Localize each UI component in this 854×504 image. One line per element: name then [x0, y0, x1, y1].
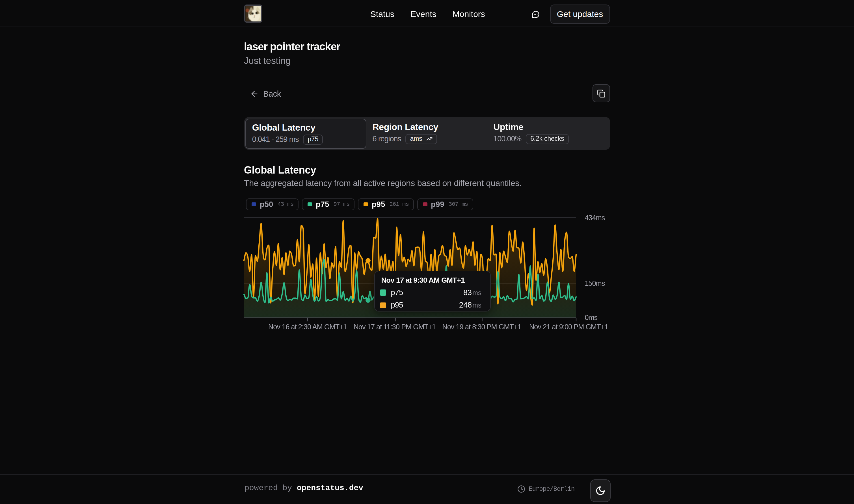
- svg-text:150ms: 150ms: [585, 279, 605, 287]
- svg-text:Nov 16 at 2:30 AM GMT+1: Nov 16 at 2:30 AM GMT+1: [268, 323, 347, 331]
- svg-text:Nov 17 at 11:30 PM GMT+1: Nov 17 at 11:30 PM GMT+1: [353, 323, 436, 331]
- svg-text:0ms: 0ms: [585, 313, 597, 321]
- svg-text:Nov 19 at 8:30 PM GMT+1: Nov 19 at 8:30 PM GMT+1: [442, 323, 521, 331]
- svg-text:434ms: 434ms: [585, 214, 605, 222]
- svg-text:Nov 21 at 9:00 PM GMT+1: Nov 21 at 9:00 PM GMT+1: [529, 323, 608, 331]
